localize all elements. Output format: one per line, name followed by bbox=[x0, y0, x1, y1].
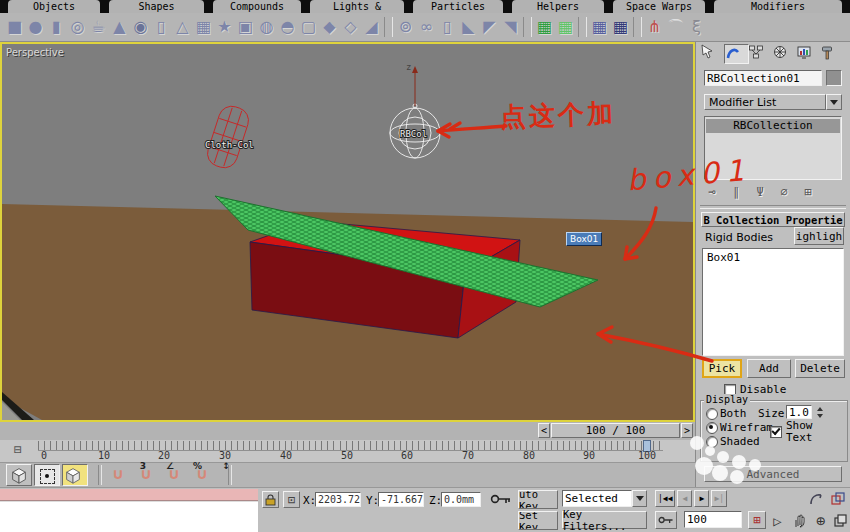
highlight-button[interactable]: ighligh bbox=[794, 227, 844, 245]
tab-modifiers[interactable]: Modifiers bbox=[714, 0, 842, 13]
shaded-radio[interactable] bbox=[706, 436, 718, 448]
angle-snap-icon[interactable]: ∪∠ bbox=[140, 464, 166, 486]
torus-icon[interactable]: ◎ bbox=[67, 14, 88, 40]
stack-item-rbcollection[interactable]: RBCollection bbox=[706, 119, 840, 133]
play-button[interactable]: ▶ bbox=[694, 490, 709, 507]
pin-stack-icon[interactable]: ⊸ bbox=[702, 184, 722, 200]
key-mode-toggle[interactable] bbox=[655, 511, 677, 529]
spring-icon[interactable]: ξ bbox=[686, 14, 707, 40]
x-coord-field[interactable]: 2203.72m bbox=[315, 492, 361, 507]
motion-tab[interactable] bbox=[772, 44, 795, 62]
spinner-snap-icon[interactable]: ∪↕ bbox=[196, 464, 222, 486]
tube-icon[interactable]: ▯ bbox=[151, 14, 172, 40]
track-bar[interactable]: ⊟ 0102030405060708090100 bbox=[0, 440, 695, 463]
spinner-down-icon[interactable] bbox=[814, 412, 825, 419]
modifier-stack[interactable]: RBCollection bbox=[704, 116, 842, 180]
utilities-tab[interactable] bbox=[820, 44, 843, 62]
selection-set-dropdown[interactable]: Selected bbox=[562, 490, 632, 507]
configure-modifier-sets-icon[interactable]: ⊞ bbox=[798, 184, 818, 200]
oiltank-icon[interactable]: ◓ bbox=[277, 14, 298, 40]
modify-tab[interactable] bbox=[724, 44, 749, 64]
cone-icon[interactable]: ▲ bbox=[109, 14, 130, 40]
show-text-checkbox[interactable] bbox=[770, 426, 782, 438]
create-tab[interactable] bbox=[699, 44, 722, 62]
cylinder-icon[interactable]: ▮ bbox=[46, 14, 67, 40]
tab-lights-cameras[interactable]: Lights & Cameras bbox=[310, 0, 404, 13]
pick-button[interactable]: Pick bbox=[702, 359, 742, 378]
bones-icon[interactable]: ⋔ bbox=[644, 14, 665, 40]
open-mini-curve-editor-icon[interactable]: ⊟ bbox=[14, 442, 22, 457]
star-icon[interactable]: ★ bbox=[214, 14, 235, 40]
plane-icon[interactable]: ▦ bbox=[193, 14, 214, 40]
pyramid-icon[interactable]: △ bbox=[172, 14, 193, 40]
rollout-header-rb-collection-properties[interactable]: B Collection Propertie bbox=[701, 212, 845, 227]
set-key-button[interactable]: Set Key bbox=[518, 511, 558, 530]
time-configuration-button[interactable]: ⊞ bbox=[748, 511, 766, 529]
modifier-list-dropdown[interactable]: Modifier List bbox=[704, 94, 826, 110]
zoom-mode-icon[interactable]: ▷ bbox=[768, 511, 787, 530]
c-ext-icon[interactable]: ◤ bbox=[479, 14, 500, 40]
add-button[interactable]: Add bbox=[747, 359, 791, 378]
selection-filter-icon[interactable] bbox=[34, 464, 60, 486]
tab-compounds[interactable]: Compounds bbox=[213, 0, 301, 13]
previous-frame-button[interactable]: ◀ bbox=[677, 490, 692, 507]
list-item-box01[interactable]: Box01 bbox=[703, 249, 843, 266]
ffd-cyl-icon[interactable]: ▦ bbox=[610, 14, 631, 40]
tab-objects[interactable]: Objects bbox=[8, 0, 100, 13]
percent-snap-icon[interactable]: ∪% bbox=[168, 464, 194, 486]
zoom-extents-all-icon[interactable] bbox=[828, 489, 847, 508]
time-slider[interactable]: < 100 / 100 > bbox=[0, 422, 695, 441]
tab-space-warps[interactable]: Space Warps bbox=[613, 0, 705, 13]
prism-icon[interactable]: ◢ bbox=[361, 14, 382, 40]
capsule-icon[interactable]: ▢ bbox=[298, 14, 319, 40]
maxscript-mini-listener-white[interactable] bbox=[0, 501, 258, 532]
tab-particles[interactable]: Particles bbox=[413, 0, 503, 13]
teapot-icon[interactable]: ☕ bbox=[88, 14, 109, 40]
tab-helpers[interactable]: Helpers bbox=[512, 0, 604, 13]
gengon-icon[interactable]: ◇ bbox=[340, 14, 361, 40]
display-tab[interactable] bbox=[796, 44, 819, 62]
bone-icon[interactable]: ⌒ bbox=[665, 14, 686, 40]
selection-lock-toggle[interactable] bbox=[262, 491, 279, 508]
delete-button[interactable]: Delete bbox=[795, 359, 845, 378]
advanced-button[interactable]: Advanced bbox=[704, 466, 842, 482]
cloth-icon[interactable]: ▦ bbox=[534, 14, 555, 40]
sphere-icon[interactable]: ● bbox=[25, 14, 46, 40]
arc-rotate-icon[interactable]: ⊕ bbox=[811, 511, 830, 530]
size-field[interactable]: 1.0 bbox=[786, 405, 812, 419]
maxscript-mini-listener-pink[interactable] bbox=[0, 489, 258, 501]
chamfercyl-icon[interactable]: ◍ bbox=[256, 14, 277, 40]
capsule2-icon[interactable]: ▯ bbox=[437, 14, 458, 40]
object-name-field[interactable]: RBCollection01 bbox=[704, 70, 822, 86]
field-of-view-icon[interactable] bbox=[806, 489, 825, 508]
auto-key-button[interactable]: uto Key bbox=[518, 490, 558, 509]
l-ext-icon[interactable]: ◣ bbox=[458, 14, 479, 40]
both-radio[interactable] bbox=[706, 408, 718, 420]
hierarchy-tab[interactable] bbox=[748, 44, 771, 62]
chamferbox-icon[interactable]: ▣ bbox=[235, 14, 256, 40]
perspective-viewport[interactable]: z Cloth-Col RBCol Perspective Box01 bbox=[0, 42, 695, 422]
ffd-box-icon[interactable]: ▦ bbox=[589, 14, 610, 40]
ringwave-icon[interactable]: ⊚ bbox=[395, 14, 416, 40]
go-to-start-button[interactable]: |◀◀ bbox=[655, 490, 675, 507]
time-slider-handle[interactable]: 100 / 100 bbox=[551, 423, 680, 438]
spindle-icon[interactable]: ◆ bbox=[319, 14, 340, 40]
rigid-bodies-list[interactable]: Box01 bbox=[702, 248, 844, 356]
hose-icon[interactable]: ∞ bbox=[416, 14, 437, 40]
spinner-up-icon[interactable] bbox=[814, 405, 825, 412]
object-color-swatch[interactable] bbox=[826, 70, 842, 86]
key-filters-button[interactable]: Key Filters... bbox=[562, 511, 647, 529]
wireframe-radio[interactable] bbox=[706, 422, 718, 434]
maximize-viewport-icon[interactable] bbox=[831, 511, 850, 530]
selection-set-arrow[interactable] bbox=[632, 490, 647, 507]
prism2-icon[interactable]: ◥ bbox=[500, 14, 521, 40]
degradation-override-icon[interactable] bbox=[62, 464, 88, 486]
make-unique-icon[interactable]: Ψ bbox=[750, 184, 770, 200]
z-coord-field[interactable]: 0.0mm bbox=[441, 492, 481, 507]
next-frame-button[interactable]: ▶| bbox=[711, 490, 727, 507]
set-keys-button[interactable] bbox=[488, 490, 514, 508]
current-frame-field[interactable]: 100 bbox=[684, 511, 742, 528]
pan-hand-icon[interactable] bbox=[790, 511, 809, 530]
show-end-result-icon[interactable]: ∥ bbox=[726, 184, 746, 200]
absolute-offset-toggle[interactable]: ⊡ bbox=[283, 491, 300, 508]
